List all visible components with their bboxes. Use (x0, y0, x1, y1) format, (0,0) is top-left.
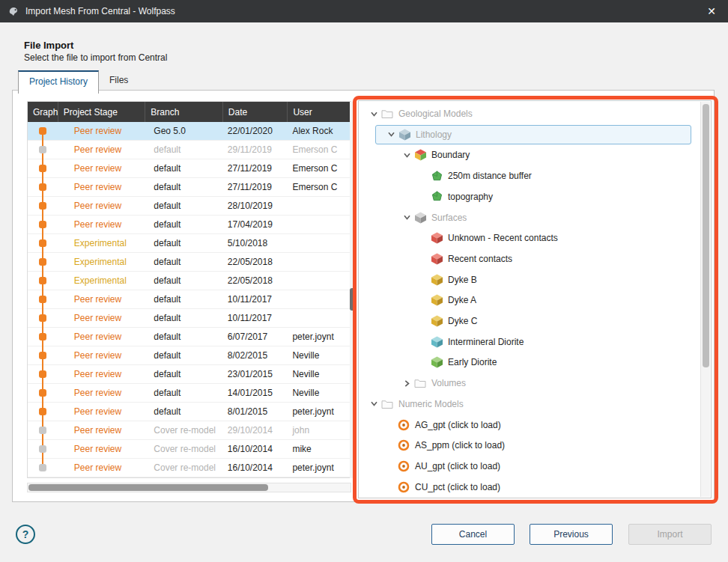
table-row[interactable]: Experimentaldefault22/05/2018 (28, 272, 351, 290)
date-cell: 22/05/2018 (222, 253, 288, 271)
cube-green-icon (429, 356, 444, 368)
table-row[interactable]: Peer reviewdefault10/11/2017 (28, 309, 351, 328)
tree-scrollbar[interactable] (700, 102, 710, 497)
mesh-icon (429, 171, 444, 182)
table-row[interactable]: Peer reviewdefault27/11/2019Emerson C (28, 159, 351, 178)
user-cell: Emerson C (287, 159, 351, 177)
chevron-right-icon[interactable] (401, 379, 413, 388)
tree-item[interactable]: Dyke B (360, 270, 699, 290)
history-table: GraphProject StageBranchDateUser Peer re… (27, 101, 351, 478)
tree-item[interactable]: AS_ppm (click to load) (360, 436, 699, 455)
table-row[interactable]: Peer reviewdefault6/07/2017peter.joynt (28, 328, 351, 346)
column-header-branch[interactable]: Branch (145, 102, 222, 122)
column-header-graph[interactable]: Graph (28, 102, 58, 122)
tree-item-label: Geological Models (398, 109, 473, 119)
tree-item-label: Early Diorite (448, 357, 497, 367)
tree-item[interactable]: Dyke C (360, 311, 699, 331)
date-cell: 23/01/2015 (222, 365, 288, 383)
table-row[interactable]: Peer reviewCover re-model29/10/2014john (28, 421, 351, 440)
project-tree: Geological ModelsLithologyBoundary250m d… (358, 100, 712, 498)
user-cell: Emerson C (287, 141, 351, 159)
cancel-button[interactable]: Cancel (431, 524, 515, 545)
cube-yellow-icon (429, 294, 444, 306)
tab-files[interactable]: Files (99, 70, 139, 94)
branch-cell: default (145, 159, 222, 177)
table-row[interactable]: Peer reviewdefault28/10/2019 (28, 197, 351, 216)
tree-item[interactable]: 250m distance buffer (360, 166, 699, 186)
tree-item[interactable]: Geological Models (360, 104, 699, 123)
tree-item-label: Surfaces (431, 213, 467, 223)
tree-item[interactable]: Dyke A (360, 290, 699, 310)
previous-button[interactable]: Previous (530, 524, 613, 545)
horizontal-scrollbar-thumb[interactable] (28, 484, 268, 491)
timeline-dot (39, 277, 46, 284)
tree-item[interactable]: AU_gpt (click to load) (360, 456, 699, 476)
timeline-dot (39, 427, 46, 434)
table-row[interactable]: Peer reviewdefault27/11/2019Emerson C (28, 178, 351, 197)
tree-item[interactable]: Early Diorite (360, 352, 699, 372)
table-row[interactable]: Peer reviewdefault17/04/2019 (28, 216, 351, 234)
lithology-icon (397, 129, 412, 141)
table-row[interactable]: Peer reviewCover re-model16/10/2014mike (28, 440, 351, 459)
tree-item[interactable]: Numeric Models (360, 394, 699, 414)
import-button[interactable]: Import (628, 524, 712, 545)
user-cell: Neville (287, 384, 351, 402)
folder-icon (380, 109, 395, 119)
tree-item-label: Unknown - Recent contacts (448, 233, 558, 243)
timeline-dot (39, 258, 46, 266)
date-cell: 6/07/2017 (222, 328, 288, 346)
table-row[interactable]: Peer reviewdefault29/11/2019Emerson C (28, 141, 351, 159)
timeline-dot (39, 202, 46, 210)
chevron-down-icon[interactable] (401, 151, 413, 159)
tree-item[interactable]: Lithology (375, 125, 691, 144)
tree-item[interactable]: Intermineral Diorite (360, 332, 699, 352)
table-row[interactable]: Peer reviewdefault8/01/2015peter.joynt (28, 403, 351, 421)
table-row[interactable]: Peer reviewCover re-model16/10/2014peter… (28, 459, 351, 477)
chevron-down-icon[interactable] (401, 213, 413, 222)
column-header-date[interactable]: Date (222, 102, 288, 122)
column-header-project-stage[interactable]: Project Stage (58, 102, 145, 122)
chevron-down-icon[interactable] (368, 110, 380, 118)
date-cell: 29/11/2019 (222, 141, 288, 159)
tree-item[interactable]: CU_pct (click to load) (360, 477, 699, 497)
page-title: File Import (24, 40, 73, 51)
tree-item[interactable]: Surfaces (360, 208, 699, 227)
timeline-dot (39, 183, 46, 191)
tab-project-history[interactable]: Project History (18, 70, 99, 94)
date-cell: 17/04/2019 (222, 216, 288, 233)
table-row[interactable]: Peer reviewdefault14/01/2015Neville (28, 384, 351, 403)
horizontal-scrollbar[interactable] (27, 483, 351, 492)
branch-cell: default (145, 272, 222, 290)
branch-cell: Cover re-model (145, 421, 222, 439)
timeline-dot (39, 408, 46, 415)
tree-item[interactable]: AG_gpt (click to load) (360, 415, 699, 435)
branch-cell: default (145, 365, 222, 383)
chevron-down-icon[interactable] (385, 130, 397, 138)
table-row[interactable]: Peer reviewdefault8/02/2015Neville (28, 346, 351, 365)
column-header-user[interactable]: User (287, 102, 351, 122)
table-row[interactable]: Peer reviewdefault10/11/2017 (28, 290, 351, 309)
tree-item[interactable]: Unknown - Recent contacts (360, 228, 699, 248)
branch-cell: default (145, 178, 222, 196)
table-row[interactable]: Experimentaldefault22/05/2018 (28, 253, 351, 272)
tree-item[interactable]: Recent contacts (360, 249, 699, 269)
date-cell: 10/11/2017 (222, 290, 288, 308)
tree-scrollbar-thumb[interactable] (703, 104, 709, 367)
help-button[interactable]: ? (16, 525, 35, 544)
tree-item[interactable]: topography (360, 187, 699, 207)
timeline-dot (39, 146, 46, 153)
table-vertical-scrollbar-thumb[interactable] (350, 288, 356, 311)
timeline-dot (39, 165, 46, 172)
tree-item[interactable]: Boundary (360, 145, 699, 165)
tree-item-label: topography (448, 192, 493, 202)
table-row[interactable]: Experimentaldefault5/10/2018 (28, 234, 351, 253)
close-icon[interactable]: ✕ (701, 5, 722, 17)
tree-item[interactable]: Volumes (360, 373, 699, 393)
table-row[interactable]: Peer reviewdefault23/01/2015Neville (28, 365, 351, 384)
table-row[interactable]: Peer reviewGeo 5.022/01/2020Alex Rock (28, 122, 351, 141)
cube-yellow-icon (429, 315, 444, 327)
table-header: GraphProject StageBranchDateUser (28, 102, 351, 122)
date-cell: 27/11/2019 (222, 159, 288, 177)
date-cell: 16/10/2014 (222, 459, 288, 477)
chevron-down-icon[interactable] (368, 400, 380, 408)
